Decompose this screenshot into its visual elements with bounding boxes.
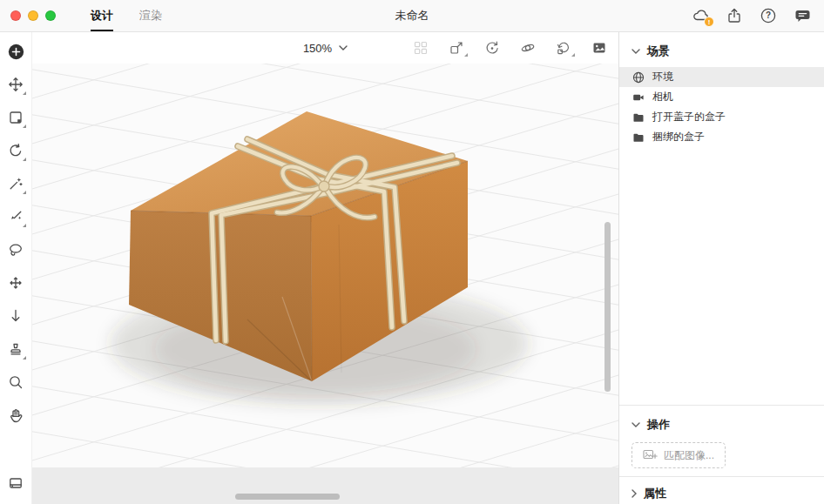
orbit-icon (520, 40, 536, 56)
paint-brush-icon (8, 209, 24, 225)
right-panel: 场景 环境 相机 (618, 32, 824, 504)
move-arrows-icon (8, 77, 24, 92)
traffic-lights (0, 0, 68, 31)
chevron-down-icon (632, 49, 640, 54)
canvas-toolbar: 150% (32, 32, 618, 64)
lasso-icon (8, 242, 24, 258)
screenshot-tool-button[interactable] (3, 471, 28, 495)
bottom-strip (32, 467, 618, 504)
left-toolbar (0, 32, 32, 504)
scene-row-tied-box[interactable]: 捆绑的盒子 (619, 127, 824, 147)
scene-item-label: 相机 (652, 90, 673, 104)
chevron-right-icon (632, 489, 637, 498)
fullscreen-button[interactable] (45, 10, 56, 21)
frame-icon (8, 110, 24, 125)
mode-tabs: 设计 渲染 (91, 0, 162, 31)
move-tool-button[interactable] (3, 72, 28, 97)
transform-move-icon (449, 40, 464, 56)
flyout-indicator (571, 53, 575, 57)
flyout-indicator (23, 91, 26, 95)
orbit-button[interactable] (519, 39, 537, 57)
scene-item-label: 打开盖子的盒子 (652, 110, 726, 124)
canvas-area: 150% (32, 32, 618, 504)
share-icon (726, 7, 743, 24)
scene-item-label: 环境 (652, 70, 673, 84)
feedback-button[interactable] (793, 6, 812, 25)
rotate-icon (8, 143, 24, 158)
rotate-step-button[interactable] (555, 39, 572, 57)
globe-icon (632, 71, 645, 84)
flyout-indicator (23, 191, 26, 194)
transform-move-button[interactable] (448, 39, 465, 57)
screenshot-icon (8, 475, 24, 491)
properties-section: 属性 (619, 476, 824, 504)
rotate-step-icon (556, 40, 571, 56)
actions-header[interactable]: 操作 (619, 406, 824, 440)
chevron-down-icon (632, 422, 640, 427)
render-image-icon (591, 40, 607, 56)
zoom-tool-button[interactable] (3, 370, 28, 394)
scene-header-label: 场景 (647, 44, 670, 59)
magic-wand-tool-button[interactable] (3, 171, 28, 196)
horizontal-scrollbar[interactable] (235, 494, 340, 500)
scene-row-open-box[interactable]: 打开盖子的盒子 (619, 107, 824, 127)
render-image-button[interactable] (591, 39, 608, 57)
scene-row-camera[interactable]: 相机 (619, 87, 824, 107)
flyout-indicator (23, 124, 26, 128)
translate-tool-button[interactable] (3, 271, 28, 295)
flyout-indicator (464, 53, 468, 57)
tab-render[interactable]: 渲染 (139, 0, 162, 31)
lasso-tool-button[interactable] (3, 238, 28, 262)
share-button[interactable] (725, 6, 744, 25)
actions-header-label: 操作 (647, 417, 670, 433)
app-window: 设计 渲染 未命名 ! ? (0, 0, 824, 504)
flyout-indicator (23, 158, 26, 161)
magnifier-icon (8, 374, 24, 390)
rotate-tool-button[interactable] (3, 138, 28, 163)
sync-warning-badge: ! (704, 17, 714, 27)
chat-icon (794, 7, 812, 24)
match-image-button[interactable]: 匹配图像... (632, 442, 726, 468)
svg-text:?: ? (766, 10, 771, 20)
scene-row-environment[interactable]: 环境 (619, 67, 824, 87)
add-object-button[interactable] (3, 39, 28, 64)
folder-icon (632, 111, 645, 124)
properties-header[interactable]: 属性 (619, 477, 824, 504)
transform-rotate-button[interactable] (483, 39, 501, 57)
translate-cross-icon (8, 275, 24, 291)
minimize-button[interactable] (28, 10, 38, 21)
zoom-control[interactable]: 150% (303, 42, 348, 55)
plus-circle-icon (8, 44, 24, 60)
camera-icon (632, 91, 645, 104)
zoom-value: 150% (303, 42, 332, 55)
stamp-tool-button[interactable] (3, 337, 28, 361)
match-image-label: 匹配图像... (664, 448, 714, 463)
canvas-viewport[interactable] (32, 64, 618, 467)
cloud-sync-button[interactable]: ! (691, 6, 710, 25)
scene-section: 场景 环境 相机 (619, 32, 824, 405)
transform-rotate-icon (484, 40, 500, 56)
actions-section: 操作 匹配图像... (619, 405, 824, 476)
properties-header-label: 属性 (644, 486, 666, 501)
frame-tool-button[interactable] (3, 105, 28, 130)
close-button[interactable] (10, 10, 21, 21)
layout-grid-button (412, 39, 429, 57)
image-plus-icon (643, 449, 658, 461)
layout-grid-icon (413, 40, 429, 56)
tab-design[interactable]: 设计 (91, 0, 113, 31)
folder-icon (632, 131, 645, 144)
scene-item-label: 捆绑的盒子 (652, 130, 705, 144)
chevron-down-icon (339, 45, 348, 50)
paint-tool-button[interactable] (3, 205, 28, 229)
help-button[interactable]: ? (759, 6, 778, 25)
flyout-indicator (23, 356, 26, 360)
drop-tool-button[interactable] (3, 304, 28, 328)
help-icon: ? (760, 7, 777, 24)
hand-tool-button[interactable] (3, 403, 28, 427)
titlebar: 设计 渲染 未命名 ! ? (0, 0, 824, 32)
stamp-icon (8, 341, 24, 357)
hand-icon (8, 407, 24, 423)
arrow-down-icon (8, 308, 24, 324)
vertical-scrollbar[interactable] (604, 222, 611, 392)
scene-header[interactable]: 场景 (619, 32, 824, 67)
